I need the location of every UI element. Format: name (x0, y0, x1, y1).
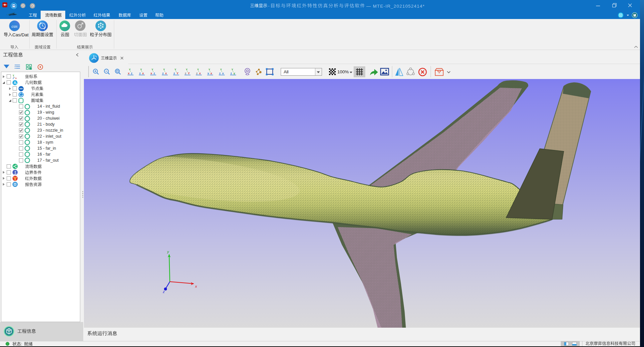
svg-text:Y: Y (163, 68, 165, 71)
svg-text:Y: Y (197, 68, 199, 71)
svg-text:x: x (151, 72, 152, 75)
svg-text:Y: Y (176, 72, 178, 75)
svg-text:z: z (196, 72, 198, 75)
svg-text:x: x (199, 72, 201, 75)
svg-text:Y: Y (140, 68, 142, 71)
svg-text:-: - (268, 3, 269, 8)
svg-text:cas: cas (12, 24, 18, 29)
svg-text:z: z (162, 290, 165, 294)
svg-text:z: z (185, 72, 186, 75)
svg-text:Y: Y (129, 68, 131, 71)
svg-text:x: x (165, 72, 167, 75)
svg-text:x: x (128, 72, 130, 75)
svg-text:z: z (219, 72, 221, 75)
svg-text:x: x (142, 72, 144, 75)
svg-text:Y: Y (188, 72, 190, 75)
svg-text:— MTE-IR_2021052414*: — MTE-IR_2021052414* (366, 4, 425, 9)
svg-text:z: z (154, 72, 155, 75)
svg-text:Y: Y (13, 74, 14, 77)
svg-text:z: z (131, 72, 133, 75)
svg-text:Y: Y (174, 68, 176, 71)
svg-text:z: z (139, 72, 141, 75)
svg-text:x: x (195, 284, 197, 288)
svg-text:Y: Y (231, 68, 233, 71)
svg-text:y: y (233, 72, 235, 75)
svg-text:z: z (230, 72, 232, 75)
svg-text:x: x (15, 77, 17, 79)
svg-text:z: z (13, 77, 14, 79)
svg-text:v: v (222, 72, 224, 75)
svg-text:Y: Y (186, 68, 188, 71)
svg-text:z: z (162, 72, 164, 75)
svg-text:z: z (173, 72, 175, 75)
svg-text:Y: Y (152, 68, 154, 71)
svg-text:y: y (167, 250, 169, 254)
svg-text:Y: Y (208, 68, 210, 71)
svg-text:x: x (210, 72, 212, 75)
svg-text:Y: Y (220, 68, 222, 71)
svg-text:v: v (207, 72, 209, 75)
